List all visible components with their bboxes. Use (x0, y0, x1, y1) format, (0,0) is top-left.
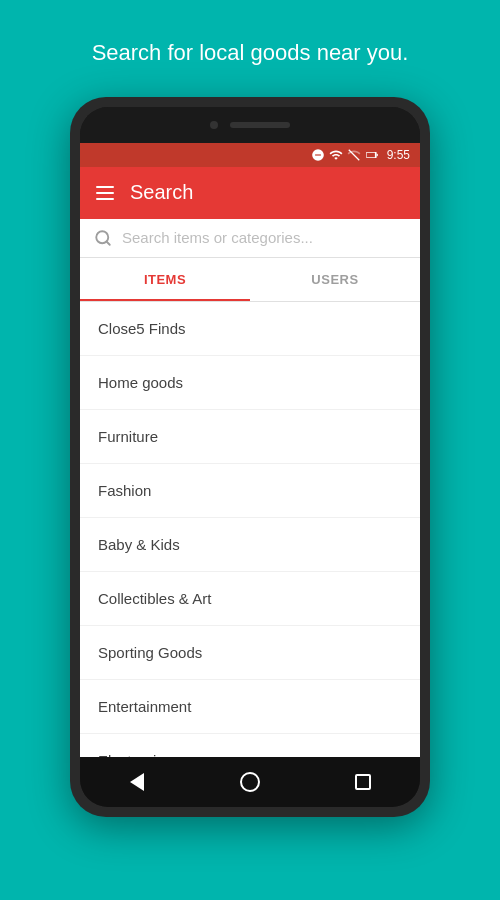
app-bar-title: Search (130, 181, 193, 204)
list-item[interactable]: Baby & Kids (80, 518, 420, 572)
hamburger-menu-button[interactable] (96, 186, 114, 200)
speaker-bar (230, 122, 290, 128)
status-time: 9:55 (387, 148, 410, 162)
list-item[interactable]: Entertainment (80, 680, 420, 734)
tab-items[interactable]: ITEMS (80, 258, 250, 301)
list-item[interactable]: Fashion (80, 464, 420, 518)
dnd-icon (311, 148, 325, 162)
search-icon (94, 229, 112, 247)
home-button[interactable] (230, 762, 270, 802)
app-bar: Search (80, 167, 420, 219)
home-icon (240, 772, 260, 792)
svg-rect-4 (376, 154, 377, 156)
list-item[interactable]: Home goods (80, 356, 420, 410)
camera-icon (210, 121, 218, 129)
back-button[interactable] (117, 762, 157, 802)
status-icons: 9:55 (311, 148, 410, 162)
tabs-bar: ITEMS USERS (80, 258, 420, 302)
recents-button[interactable] (343, 762, 383, 802)
signal-icon (347, 148, 361, 162)
list-item[interactable]: Electronics (80, 734, 420, 757)
category-list: Close5 Finds Home goods Furniture Fashio… (80, 302, 420, 757)
bottom-nav (80, 757, 420, 807)
search-bar (80, 219, 420, 258)
phone-device: 9:55 Search ITEMS USERS (70, 97, 430, 817)
battery-icon (365, 148, 379, 162)
phone-screen: 9:55 Search ITEMS USERS (80, 107, 420, 807)
page-tagline: Search for local goods near you. (52, 0, 449, 97)
wifi-icon (329, 148, 343, 162)
list-item[interactable]: Collectibles & Art (80, 572, 420, 626)
svg-line-7 (106, 241, 109, 244)
search-input[interactable] (122, 229, 406, 246)
list-item[interactable]: Close5 Finds (80, 302, 420, 356)
svg-rect-5 (366, 152, 374, 157)
list-item[interactable]: Furniture (80, 410, 420, 464)
status-bar: 9:55 (80, 143, 420, 167)
back-icon (130, 773, 144, 791)
tab-users[interactable]: USERS (250, 258, 420, 301)
recents-icon (355, 774, 371, 790)
phone-top-bar (80, 107, 420, 143)
list-item[interactable]: Sporting Goods (80, 626, 420, 680)
svg-rect-1 (315, 154, 321, 155)
